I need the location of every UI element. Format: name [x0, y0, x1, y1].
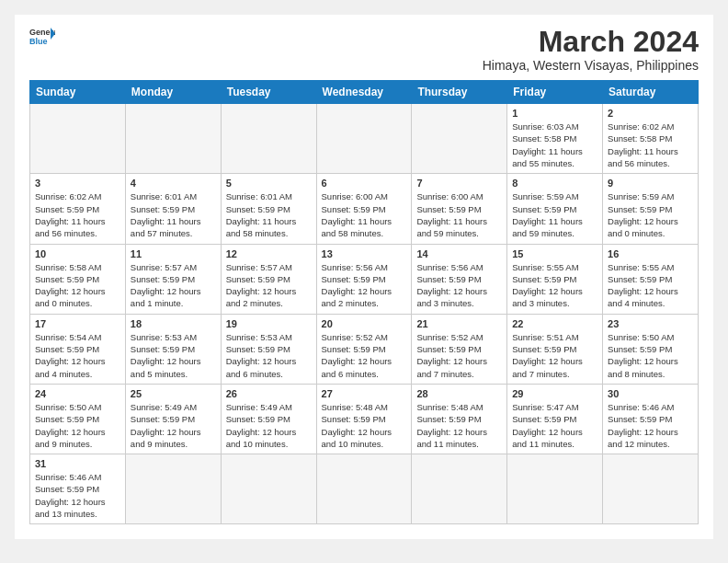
calendar-day-cell	[30, 104, 126, 174]
calendar-day-cell: 5Sunrise: 6:01 AM Sunset: 5:59 PM Daylig…	[221, 174, 316, 244]
calendar-title: March 2024	[483, 26, 699, 58]
calendar-day-cell: 28Sunrise: 5:48 AM Sunset: 5:59 PM Dayli…	[412, 384, 507, 454]
day-info: Sunrise: 6:00 AM Sunset: 5:59 PM Dayligh…	[322, 190, 407, 239]
day-number: 25	[131, 388, 216, 399]
calendar-day-cell: 1Sunrise: 6:03 AM Sunset: 5:58 PM Daylig…	[507, 104, 603, 174]
calendar-day-cell: 3Sunrise: 6:02 AM Sunset: 5:59 PM Daylig…	[30, 174, 126, 244]
day-info: Sunrise: 5:54 AM Sunset: 5:59 PM Dayligh…	[35, 331, 120, 380]
day-info: Sunrise: 5:59 AM Sunset: 5:59 PM Dayligh…	[608, 190, 693, 239]
calendar-day-cell	[412, 104, 507, 174]
calendar-day-cell: 25Sunrise: 5:49 AM Sunset: 5:59 PM Dayli…	[125, 384, 221, 454]
day-number: 31	[35, 458, 120, 469]
calendar-day-cell	[603, 454, 699, 524]
day-number: 30	[608, 388, 693, 399]
calendar-subtitle: Himaya, Western Visayas, Philippines	[483, 58, 699, 73]
weekday-header-friday: Friday	[507, 81, 603, 104]
day-number: 13	[322, 248, 407, 259]
day-info: Sunrise: 6:00 AM Sunset: 5:59 PM Dayligh…	[416, 190, 502, 239]
day-number: 2	[608, 108, 693, 119]
day-number: 27	[322, 388, 407, 399]
weekday-header-sunday: Sunday	[30, 81, 126, 104]
day-info: Sunrise: 5:58 AM Sunset: 5:59 PM Dayligh…	[35, 261, 120, 310]
calendar-week-row: 17Sunrise: 5:54 AM Sunset: 5:59 PM Dayli…	[30, 314, 699, 384]
day-number: 29	[512, 388, 597, 399]
day-number: 1	[512, 108, 597, 119]
day-info: Sunrise: 5:46 AM Sunset: 5:59 PM Dayligh…	[608, 401, 693, 450]
day-number: 14	[416, 248, 502, 259]
day-info: Sunrise: 5:52 AM Sunset: 5:59 PM Dayligh…	[322, 331, 407, 380]
weekday-header-tuesday: Tuesday	[221, 81, 316, 104]
day-number: 21	[416, 318, 502, 329]
calendar-day-cell	[316, 104, 412, 174]
calendar-day-cell: 7Sunrise: 6:00 AM Sunset: 5:59 PM Daylig…	[412, 174, 507, 244]
day-number: 8	[512, 178, 597, 189]
calendar-day-cell: 11Sunrise: 5:57 AM Sunset: 5:59 PM Dayli…	[125, 244, 221, 314]
calendar-day-cell: 19Sunrise: 5:53 AM Sunset: 5:59 PM Dayli…	[221, 314, 316, 384]
calendar-day-cell	[507, 454, 603, 524]
weekday-header-saturday: Saturday	[603, 81, 699, 104]
calendar-day-cell: 31Sunrise: 5:46 AM Sunset: 5:59 PM Dayli…	[30, 454, 126, 524]
day-info: Sunrise: 5:56 AM Sunset: 5:59 PM Dayligh…	[416, 261, 502, 310]
calendar-day-cell	[412, 454, 507, 524]
calendar-day-cell: 17Sunrise: 5:54 AM Sunset: 5:59 PM Dayli…	[30, 314, 126, 384]
calendar-day-cell: 22Sunrise: 5:51 AM Sunset: 5:59 PM Dayli…	[507, 314, 603, 384]
calendar-day-cell: 15Sunrise: 5:55 AM Sunset: 5:59 PM Dayli…	[507, 244, 603, 314]
day-info: Sunrise: 5:56 AM Sunset: 5:59 PM Dayligh…	[322, 261, 407, 310]
calendar-day-cell: 24Sunrise: 5:50 AM Sunset: 5:59 PM Dayli…	[30, 384, 126, 454]
calendar-day-cell: 10Sunrise: 5:58 AM Sunset: 5:59 PM Dayli…	[30, 244, 126, 314]
day-info: Sunrise: 6:01 AM Sunset: 5:59 PM Dayligh…	[131, 190, 216, 239]
calendar-table: SundayMondayTuesdayWednesdayThursdayFrid…	[29, 80, 699, 524]
day-info: Sunrise: 5:50 AM Sunset: 5:59 PM Dayligh…	[35, 401, 120, 450]
day-info: Sunrise: 6:01 AM Sunset: 5:59 PM Dayligh…	[226, 190, 312, 239]
day-number: 9	[608, 178, 693, 189]
calendar-day-cell: 26Sunrise: 5:49 AM Sunset: 5:59 PM Dayli…	[221, 384, 316, 454]
day-info: Sunrise: 5:49 AM Sunset: 5:59 PM Dayligh…	[226, 401, 312, 450]
day-number: 10	[35, 248, 120, 259]
calendar-day-cell: 18Sunrise: 5:53 AM Sunset: 5:59 PM Dayli…	[125, 314, 221, 384]
logo: General Blue	[29, 26, 55, 46]
day-number: 7	[416, 178, 502, 189]
day-info: Sunrise: 5:51 AM Sunset: 5:59 PM Dayligh…	[512, 331, 597, 380]
calendar-day-cell	[125, 454, 221, 524]
weekday-header-thursday: Thursday	[412, 81, 507, 104]
day-number: 6	[322, 178, 407, 189]
day-number: 12	[226, 248, 312, 259]
svg-text:Blue: Blue	[29, 37, 48, 46]
day-number: 5	[226, 178, 312, 189]
day-info: Sunrise: 5:53 AM Sunset: 5:59 PM Dayligh…	[131, 331, 216, 380]
day-info: Sunrise: 5:50 AM Sunset: 5:59 PM Dayligh…	[608, 331, 693, 380]
calendar-day-cell: 9Sunrise: 5:59 AM Sunset: 5:59 PM Daylig…	[603, 174, 699, 244]
day-number: 19	[226, 318, 312, 329]
calendar-day-cell: 4Sunrise: 6:01 AM Sunset: 5:59 PM Daylig…	[125, 174, 221, 244]
weekday-header-wednesday: Wednesday	[316, 81, 412, 104]
calendar-day-cell	[221, 454, 316, 524]
calendar-day-cell: 29Sunrise: 5:47 AM Sunset: 5:59 PM Dayli…	[507, 384, 603, 454]
calendar-day-cell: 14Sunrise: 5:56 AM Sunset: 5:59 PM Dayli…	[412, 244, 507, 314]
day-number: 16	[608, 248, 693, 259]
header: General Blue March 2024 Himaya, Western …	[29, 26, 699, 73]
calendar-day-cell: 27Sunrise: 5:48 AM Sunset: 5:59 PM Dayli…	[316, 384, 412, 454]
day-info: Sunrise: 5:57 AM Sunset: 5:59 PM Dayligh…	[131, 261, 216, 310]
calendar-day-cell	[316, 454, 412, 524]
calendar-day-cell	[221, 104, 316, 174]
day-info: Sunrise: 5:48 AM Sunset: 5:59 PM Dayligh…	[322, 401, 407, 450]
calendar-day-cell	[125, 104, 221, 174]
day-info: Sunrise: 6:03 AM Sunset: 5:58 PM Dayligh…	[512, 121, 597, 169]
calendar-page: General Blue March 2024 Himaya, Western …	[15, 15, 713, 539]
weekday-header-monday: Monday	[125, 81, 221, 104]
day-info: Sunrise: 5:49 AM Sunset: 5:59 PM Dayligh…	[131, 401, 216, 450]
day-info: Sunrise: 5:47 AM Sunset: 5:59 PM Dayligh…	[512, 401, 597, 450]
calendar-week-row: 24Sunrise: 5:50 AM Sunset: 5:59 PM Dayli…	[30, 384, 699, 454]
day-number: 4	[131, 178, 216, 189]
calendar-day-cell: 8Sunrise: 5:59 AM Sunset: 5:59 PM Daylig…	[507, 174, 603, 244]
calendar-week-row: 31Sunrise: 5:46 AM Sunset: 5:59 PM Dayli…	[30, 454, 699, 524]
day-info: Sunrise: 5:53 AM Sunset: 5:59 PM Dayligh…	[226, 331, 312, 380]
calendar-week-row: 1Sunrise: 6:03 AM Sunset: 5:58 PM Daylig…	[30, 104, 699, 174]
calendar-day-cell: 2Sunrise: 6:02 AM Sunset: 5:58 PM Daylig…	[603, 104, 699, 174]
day-info: Sunrise: 5:52 AM Sunset: 5:59 PM Dayligh…	[416, 331, 502, 380]
calendar-day-cell: 13Sunrise: 5:56 AM Sunset: 5:59 PM Dayli…	[316, 244, 412, 314]
calendar-day-cell: 30Sunrise: 5:46 AM Sunset: 5:59 PM Dayli…	[603, 384, 699, 454]
day-number: 15	[512, 248, 597, 259]
day-number: 3	[35, 178, 120, 189]
day-info: Sunrise: 5:59 AM Sunset: 5:59 PM Dayligh…	[512, 190, 597, 239]
